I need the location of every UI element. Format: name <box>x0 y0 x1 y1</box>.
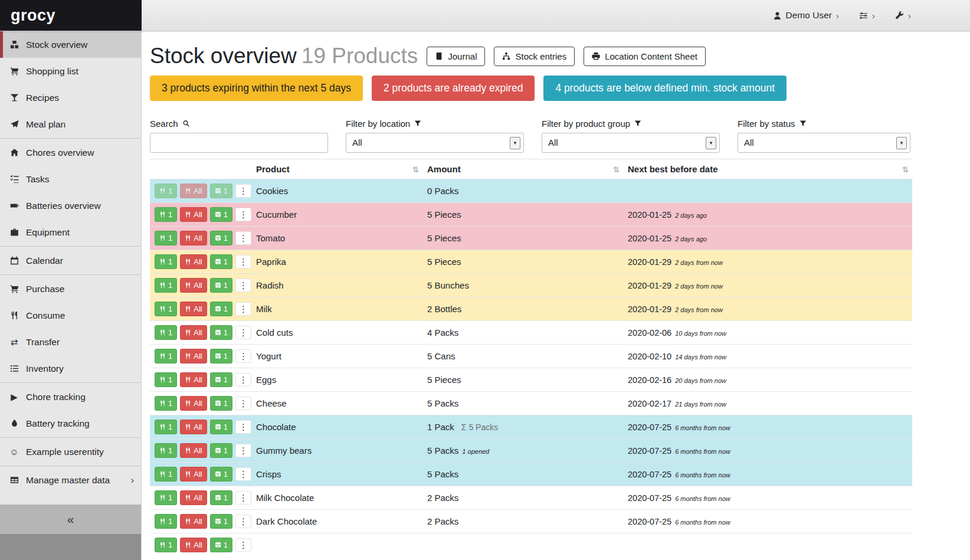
sidebar-item-shopping-list[interactable]: Shopping list <box>0 58 141 84</box>
open-one-button[interactable]: 1 <box>210 325 232 340</box>
sidebar-item-chore-tracking[interactable]: ▶Chore tracking <box>0 384 141 410</box>
consume-all-button[interactable]: All <box>180 420 207 434</box>
consume-all-button[interactable]: All <box>180 278 207 293</box>
sidebar-item-purchase[interactable]: Purchase <box>0 276 141 302</box>
row-menu-button[interactable]: ⋮ <box>235 397 251 410</box>
row-menu-button[interactable]: ⋮ <box>235 467 251 481</box>
consume-one-button[interactable]: 1 <box>155 538 177 552</box>
expiring-products-banner[interactable]: 3 products expiring within the next 5 da… <box>150 76 363 101</box>
consume-all-button[interactable]: All <box>180 254 207 269</box>
consume-one-button[interactable]: 1 <box>155 420 177 434</box>
open-one-button[interactable]: 1 <box>210 349 232 363</box>
consume-one-button[interactable]: 1 <box>155 278 177 293</box>
search-input[interactable] <box>150 133 328 153</box>
open-one-button[interactable]: 1 <box>210 514 232 529</box>
open-one-button[interactable]: 1 <box>210 207 232 222</box>
product-column-header[interactable]: Product ⇅ <box>251 159 422 179</box>
consume-all-button[interactable]: All <box>180 396 207 411</box>
consume-all-button[interactable]: All <box>180 514 207 529</box>
consume-all-button[interactable]: All <box>180 490 207 505</box>
consume-all-button[interactable]: All <box>180 184 207 198</box>
sort-icon[interactable]: ⇅ <box>613 165 620 174</box>
sidebar-item-stock-overview[interactable]: Stock overview <box>0 31 141 58</box>
stock-entries-button[interactable]: Stock entries <box>494 47 575 66</box>
best-before-column-header[interactable]: Next best before date ⇅ <box>623 159 912 179</box>
sidebar-collapse-button[interactable]: « <box>0 505 141 534</box>
sidebar-item-tasks[interactable]: Tasks <box>0 166 141 192</box>
below-min-stock-banner[interactable]: 4 products are below defined min. stock … <box>543 76 787 101</box>
consume-all-button[interactable]: All <box>180 207 207 222</box>
open-one-button[interactable]: 1 <box>210 490 232 505</box>
sidebar-item-equipment[interactable]: Equipment <box>0 219 141 245</box>
row-menu-button[interactable]: ⋮ <box>235 373 251 387</box>
consume-all-button[interactable]: All <box>180 443 207 458</box>
open-one-button[interactable]: 1 <box>210 443 232 458</box>
open-one-button[interactable]: 1 <box>210 372 232 387</box>
consume-all-button[interactable]: All <box>180 372 207 387</box>
consume-one-button[interactable]: 1 <box>155 231 177 245</box>
sidebar-item-recipes[interactable]: Recipes <box>0 84 141 111</box>
row-menu-button[interactable]: ⋮ <box>235 349 251 363</box>
sidebar-item-batteries-overview[interactable]: Batteries overview <box>0 192 141 219</box>
open-one-button[interactable]: 1 <box>210 420 232 434</box>
sort-icon[interactable]: ⇅ <box>412 165 419 174</box>
admin-menu[interactable]: › <box>895 11 911 21</box>
sidebar-item-meal-plan[interactable]: Meal plan <box>0 111 141 137</box>
grocy-logo[interactable]: grocy <box>0 0 142 31</box>
sidebar-item-inventory[interactable]: Inventory <box>0 355 141 382</box>
open-one-button[interactable]: 1 <box>210 278 232 293</box>
consume-one-button[interactable]: 1 <box>155 443 177 458</box>
consume-one-button[interactable]: 1 <box>155 372 177 387</box>
open-one-button[interactable]: 1 <box>210 467 232 482</box>
row-menu-button[interactable]: ⋮ <box>235 538 251 552</box>
journal-button[interactable]: Journal <box>427 47 485 66</box>
consume-all-button[interactable]: All <box>180 302 207 316</box>
row-menu-button[interactable]: ⋮ <box>235 444 251 457</box>
row-menu-button[interactable]: ⋮ <box>235 420 251 434</box>
sidebar-item-battery-tracking[interactable]: Battery tracking <box>0 410 141 437</box>
consume-one-button[interactable]: 1 <box>155 254 177 269</box>
location-filter-select[interactable]: All ▼ <box>346 133 524 153</box>
row-menu-button[interactable]: ⋮ <box>235 255 251 268</box>
sidebar-item-transfer[interactable]: ⇄Transfer <box>0 329 141 355</box>
status-filter-select[interactable]: All ▼ <box>738 133 910 153</box>
row-menu-button[interactable]: ⋮ <box>235 491 251 505</box>
consume-one-button[interactable]: 1 <box>155 207 177 222</box>
row-menu-button[interactable]: ⋮ <box>235 184 251 198</box>
consume-one-button[interactable]: 1 <box>155 349 177 363</box>
consume-all-button[interactable]: All <box>180 349 207 363</box>
consume-one-button[interactable]: 1 <box>155 184 177 198</box>
sidebar-item-example-userentity[interactable]: ☺Example userentity <box>0 438 141 465</box>
row-menu-button[interactable]: ⋮ <box>235 302 251 316</box>
sidebar-item-manage-master-data[interactable]: Manage master data› <box>0 467 141 493</box>
user-menu[interactable]: Demo User › <box>773 10 839 21</box>
consume-one-button[interactable]: 1 <box>155 396 177 411</box>
consume-one-button[interactable]: 1 <box>155 467 177 482</box>
consume-one-button[interactable]: 1 <box>155 302 177 316</box>
consume-all-button[interactable]: All <box>180 467 207 482</box>
open-one-button[interactable]: 1 <box>210 396 232 411</box>
settings-menu[interactable]: › <box>859 11 875 21</box>
consume-all-button[interactable]: All <box>180 538 207 552</box>
consume-one-button[interactable]: 1 <box>155 490 177 505</box>
open-one-button[interactable]: 1 <box>210 538 232 552</box>
row-menu-button[interactable]: ⋮ <box>235 279 251 292</box>
consume-all-button[interactable]: All <box>180 325 207 340</box>
row-menu-button[interactable]: ⋮ <box>235 231 251 245</box>
open-one-button[interactable]: 1 <box>210 302 232 316</box>
open-one-button[interactable]: 1 <box>210 254 232 269</box>
consume-one-button[interactable]: 1 <box>155 514 177 529</box>
sidebar-item-calendar[interactable]: Calendar <box>0 247 141 274</box>
open-one-button[interactable]: 1 <box>210 231 232 245</box>
consume-all-button[interactable]: All <box>180 231 207 245</box>
open-one-button[interactable]: 1 <box>210 184 232 198</box>
product-group-filter-select[interactable]: All ▼ <box>542 133 720 153</box>
sidebar-item-chores-overview[interactable]: Chores overview <box>0 139 141 166</box>
location-content-sheet-button[interactable]: Location Content Sheet <box>584 47 706 66</box>
row-menu-button[interactable]: ⋮ <box>235 326 251 339</box>
amount-column-header[interactable]: Amount ⇅ <box>422 159 623 179</box>
sort-icon[interactable]: ⇅ <box>902 165 909 174</box>
expired-products-banner[interactable]: 2 products are already expired <box>372 76 535 101</box>
row-menu-button[interactable]: ⋮ <box>235 208 251 221</box>
row-menu-button[interactable]: ⋮ <box>235 515 251 528</box>
